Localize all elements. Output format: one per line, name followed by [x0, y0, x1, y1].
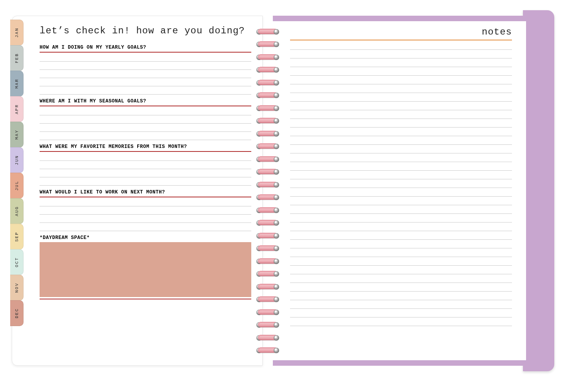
red-rule	[40, 106, 251, 106]
left-page: let’s check in! how are you doing? HOW A…	[12, 16, 263, 366]
page-title: let’s check in! how are you doing?	[40, 26, 251, 36]
notes-title: notes	[290, 27, 512, 37]
prompt-seasonal-goals: WHERE AM I WITH MY SEASONAL GOALS?	[40, 98, 251, 140]
writing-lines[interactable]	[40, 107, 251, 140]
prompt-label: HOW AM I DOING ON MY YEARLY GOALS?	[40, 45, 251, 50]
prompt-label: WHAT WERE MY FAVORITE MEMORIES FROM THIS…	[40, 144, 251, 150]
daydream-label: *DAYDREAM SPACE*	[40, 235, 251, 241]
writing-lines[interactable]	[40, 53, 251, 95]
tab-dec[interactable]: DEC	[10, 300, 24, 326]
prompt-favorite-memories: WHAT WERE MY FAVORITE MEMORIES FROM THIS…	[40, 144, 251, 186]
tab-mar[interactable]: MAR	[10, 71, 24, 97]
notes-lines[interactable]	[290, 41, 512, 326]
tab-sep[interactable]: SEP	[10, 224, 24, 250]
tab-jan[interactable]: JAN	[10, 20, 24, 46]
tab-aug[interactable]: AUG	[10, 198, 24, 224]
month-tabs: JAN FEB MAR APR MAY JUN JUL AUG SEP OCT …	[10, 20, 24, 326]
planner-spread: JAN FEB MAR APR MAY JUN JUL AUG SEP OCT …	[12, 16, 561, 366]
red-rule	[40, 52, 251, 53]
tab-may[interactable]: MAY	[10, 122, 24, 148]
right-page: notes	[273, 16, 532, 366]
tab-feb[interactable]: FEB	[10, 45, 24, 71]
tab-jun[interactable]: JUN	[10, 147, 24, 173]
tab-jul[interactable]: JUL	[10, 173, 24, 199]
right-page-wrap: notes	[273, 16, 532, 366]
red-rule	[40, 197, 251, 197]
writing-lines[interactable]	[40, 198, 251, 231]
tab-oct[interactable]: OCT	[10, 249, 24, 275]
prompt-next-month: WHAT WOULD I LIKE TO WORK ON NEXT MONTH?	[40, 190, 251, 231]
red-rule	[40, 299, 251, 299]
writing-lines[interactable]	[40, 153, 251, 186]
orange-rule	[290, 40, 512, 40]
tab-nov[interactable]: NOV	[10, 275, 24, 301]
prompt-label: WHAT WOULD I LIKE TO WORK ON NEXT MONTH?	[40, 190, 251, 195]
spiral-binding	[255, 16, 281, 366]
red-rule	[40, 151, 251, 152]
daydream-box[interactable]	[40, 242, 251, 297]
prompt-label: WHERE AM I WITH MY SEASONAL GOALS?	[40, 98, 251, 104]
prompt-yearly-goals: HOW AM I DOING ON MY YEARLY GOALS?	[40, 45, 251, 95]
daydream-section: *DAYDREAM SPACE*	[40, 235, 251, 299]
tab-apr[interactable]: APR	[10, 96, 24, 122]
